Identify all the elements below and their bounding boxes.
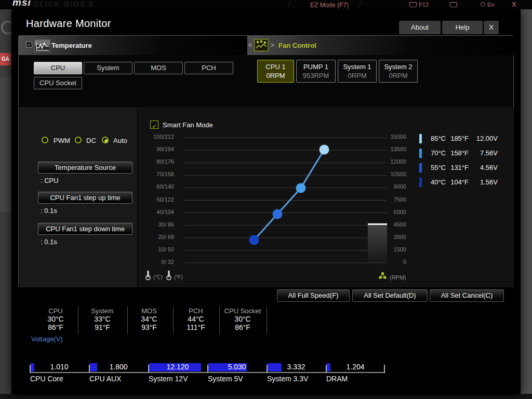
voltage-section-label: Voltage(V) (31, 335, 63, 343)
status-fahrenheit: 86°F (217, 323, 269, 331)
tab-cpu[interactable]: CPU (34, 62, 82, 74)
bios-left-strip: GA (0, 9, 11, 395)
dialog-close-button[interactable]: X (484, 21, 499, 34)
radio-label: PWM (54, 137, 70, 144)
status-celsius: 30°C (30, 315, 82, 323)
temperature-graph-icon (34, 39, 50, 52)
game-boost-badge: GA (0, 53, 11, 65)
tab-system[interactable]: System (84, 62, 132, 74)
status-temp-cpu-socket: CPU Socket 30°C 86°F (217, 307, 269, 331)
ez-mode-button[interactable]: EZ Mode (F7) (310, 2, 349, 9)
step-down-time-button[interactable]: CPU Fan1 step down time (38, 223, 132, 235)
fan-tab-name: CPU 1 (258, 62, 294, 71)
frame-icon[interactable] (450, 2, 457, 7)
celsius-unit-label: (°C) (153, 274, 163, 280)
status-temp-pch: PCH 44°C 111°F (170, 307, 222, 331)
voltage-rail-label: DRAM (326, 375, 348, 383)
fan-level-cap[interactable] (368, 223, 387, 225)
fan-tab-rpm: 0RPM (379, 71, 417, 80)
fan-curve-point[interactable] (296, 183, 306, 193)
help-button[interactable]: Help (442, 21, 483, 34)
f12-hotkey-label: F12 (419, 2, 429, 8)
fan-level-bar[interactable] (368, 225, 387, 262)
all-set-default-button[interactable]: All Set Default(D) (352, 289, 428, 302)
fan-curve-point[interactable] (249, 235, 259, 245)
fan-rpm-icon (378, 272, 387, 281)
all-full-speed-button[interactable]: All Full Speed(F) (277, 289, 350, 302)
screenshot-icon[interactable] (409, 2, 417, 7)
status-fahrenheit: 93°F (123, 323, 175, 331)
temperature-source-button[interactable]: Temperature Source (38, 162, 132, 174)
temperature-section-label: Temperature (51, 42, 92, 49)
status-celsius: 44°C (170, 315, 222, 323)
status-label: CPU Socket (217, 307, 269, 315)
voltage-rail-label: System 12V (149, 375, 188, 383)
curve-row-marker (419, 163, 422, 172)
status-temp-cpu: CPU 30°C 86°F (30, 307, 82, 331)
step-up-time-value: : 0.1s (41, 207, 57, 215)
curve-temp-c: 55°C (423, 163, 446, 172)
thermometer-fahrenheit-icon (165, 270, 172, 281)
voltage-value: 3.332 (267, 363, 326, 371)
status-fahrenheit: 91°F (76, 323, 128, 331)
rpm-unit-label: (RPM) (390, 274, 406, 281)
decor-slash (287, 1, 291, 8)
thermometer-celsius-icon (144, 270, 152, 281)
fan-tab-cpu1[interactable]: CPU 1 0RPM (257, 60, 294, 83)
status-label: System (76, 307, 128, 315)
status-label: CPU (30, 307, 82, 315)
fahrenheit-unit-label: (°F) (174, 274, 183, 280)
fan-tab-rpm: 0RPM (258, 71, 294, 80)
status-celsius: 33°C (76, 315, 128, 323)
next-section-chevron[interactable]: > (271, 42, 274, 49)
fan-tab-rpm: 953RPM (297, 71, 335, 80)
status-fahrenheit: 86°F (30, 323, 82, 331)
bios-screen: msi CLICK BIOS 5 EZ Mode (F7) F12 En X G… (0, 0, 532, 399)
language-toggle[interactable]: En (487, 2, 494, 8)
curve-temp-f: 185°F (446, 134, 469, 143)
temperature-source-value: : CPU (41, 177, 59, 184)
curve-row: 40°C 104°F 1.56V (423, 178, 499, 187)
status-fahrenheit: 111°F (170, 323, 222, 331)
status-celsius: 30°C (217, 315, 269, 323)
all-set-cancel-button[interactable]: All Set Cancel(C) (430, 289, 504, 302)
fan-tab-name: System 2 (379, 62, 417, 71)
voltage-value: 5.030 (207, 363, 267, 371)
curve-row: 85°C 185°F 12.00V (423, 134, 499, 143)
curve-temp-c: 70°C (423, 149, 446, 158)
curve-row-marker (419, 134, 422, 143)
curve-voltage: 12.00V (469, 134, 498, 143)
fan-tab-system1[interactable]: System 1 0RPM (338, 60, 377, 83)
radio-circle[interactable] (102, 137, 109, 143)
about-button[interactable]: About (399, 21, 441, 34)
step-up-time-button[interactable]: CPU Fan1 step up time (38, 192, 132, 204)
curve-row-marker (419, 149, 422, 158)
bios-right-strip (521, 9, 532, 395)
fan-curve-point[interactable] (273, 209, 283, 219)
tab-mos[interactable]: MOS (134, 62, 183, 74)
click-bios-label: CLICK BIOS 5 (33, 0, 94, 8)
status-celsius: 34°C (123, 315, 175, 323)
curve-voltage: 4.56V (469, 163, 498, 172)
radio-circle[interactable] (75, 137, 82, 143)
led-bulb-icon[interactable] (481, 2, 485, 7)
radio-circle[interactable] (42, 137, 48, 143)
status-temp-system: System 33°C 91°F (76, 307, 128, 331)
bios-top-bar: msi CLICK BIOS 5 EZ Mode (F7) F12 En X (0, 0, 532, 9)
voltage-value: 1.010 (30, 363, 89, 371)
bios-close-icon[interactable]: X (512, 1, 516, 8)
fan-tab-system2[interactable]: System 2 0RPM (379, 60, 418, 83)
msi-logo: msi (12, 0, 31, 8)
curve-temp-c: 85°C (423, 134, 446, 143)
fan-tab-pump1[interactable]: PUMP 1 953RPM (296, 60, 336, 83)
voltage-rail-label: System 5V (208, 375, 243, 383)
curve-temp-f: 158°F (446, 149, 469, 158)
tab-cpu-socket[interactable]: CPU Socket (34, 77, 82, 89)
fan-curve-point[interactable] (320, 144, 329, 154)
hardware-monitor-dialog: Hardware Monitor About Help X ✓ Temperat… (11, 9, 521, 395)
voltage-value: 1.800 (89, 363, 148, 371)
prev-section-chevron[interactable]: < (248, 42, 252, 49)
tab-pch[interactable]: PCH (184, 62, 233, 74)
voltage-value: 1.204 (326, 363, 385, 371)
collapse-checkbox-icon[interactable]: ✓ (26, 42, 32, 48)
